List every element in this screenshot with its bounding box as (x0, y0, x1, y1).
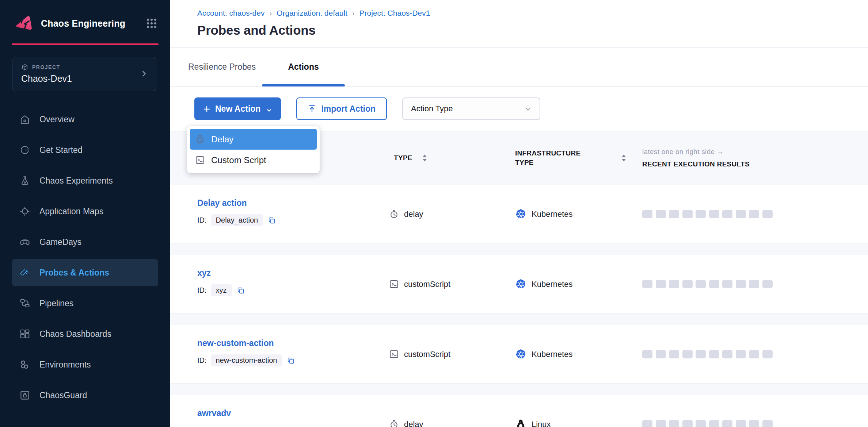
sidebar-item-label: Probes & Actions (39, 268, 109, 278)
execution-result-placeholder (656, 210, 666, 218)
action-id-value: xyz (211, 284, 232, 296)
sidebar-item-chaosguard[interactable]: ChaosGuard (12, 382, 158, 409)
infrastructure-type-header-label: INFRASTRUCTURE TYPE (515, 149, 600, 167)
action-name-link[interactable]: new-custom-action (197, 338, 274, 348)
action-type-select[interactable]: Action Type (402, 97, 540, 120)
copy-icon[interactable] (268, 216, 276, 224)
project-info: PROJECT Chaos-Dev1 (21, 64, 140, 84)
import-action-button[interactable]: Import Action (296, 97, 387, 120)
sidebar-item-environments[interactable]: Environments (12, 351, 158, 378)
sidebar: Chaos Engineering PROJECT (0, 0, 170, 427)
breadcrumb: Account: chaos-dev›Organization: default… (197, 9, 868, 18)
breadcrumb-link-project[interactable]: Project: Chaos-Dev1 (359, 9, 430, 18)
execution-result-placeholder (709, 210, 719, 218)
infrastructure-type-cell: Linux (515, 395, 637, 427)
main-content: Account: chaos-dev›Organization: default… (170, 0, 868, 427)
action-name-link[interactable]: Delay action (197, 198, 247, 208)
execution-result-placeholder (762, 210, 773, 218)
execution-result-placeholder (682, 210, 693, 218)
tab-bar: Resilience ProbesActions (170, 48, 868, 86)
table-row: awrvadvdelayLinux (170, 395, 868, 427)
sidebar-item-label: ChaosGuard (39, 391, 87, 400)
project-name: Chaos-Dev1 (21, 73, 140, 84)
execution-result-placeholder (762, 420, 773, 427)
breadcrumb-link-organization[interactable]: Organization: default (277, 9, 347, 18)
infrastructure-type-value: Kubernetes (532, 280, 573, 289)
breadcrumb-link-account[interactable]: Account: chaos-dev (197, 9, 264, 18)
name-cell: xyzID:xyz (197, 255, 389, 313)
chevron-right-icon (140, 70, 148, 78)
sidebar-item-chaos-experiments[interactable]: Chaos Experiments (12, 167, 158, 194)
menu-item-custom-script[interactable]: Custom Script (190, 150, 317, 170)
execution-result-placeholder (642, 210, 652, 218)
pipeline-icon (19, 298, 30, 309)
id-label: ID: (197, 216, 207, 224)
copy-icon[interactable] (287, 357, 295, 365)
copy-icon[interactable] (237, 286, 245, 295)
sidebar-item-get-started[interactable]: Get Started (12, 136, 158, 164)
infrastructure-type-value: Linux (532, 420, 551, 427)
lock-icon (19, 390, 30, 401)
action-name-link[interactable]: awrvadv (197, 408, 231, 418)
sort-icon[interactable] (621, 154, 627, 162)
sidebar-item-chaos-dashboards[interactable]: Chaos Dashboards (12, 320, 158, 347)
table-row: Delay actionID:Delay_actiondelayKubernet… (170, 185, 868, 243)
page-title: Probes and Actions (197, 23, 868, 38)
menu-item-label: Custom Script (211, 155, 266, 165)
id-label: ID: (197, 356, 207, 365)
name-cell: Delay actionID:Delay_action (197, 185, 389, 243)
column-header-infrastructure-type[interactable]: INFRASTRUCTURE TYPE (515, 149, 637, 167)
execution-result-placeholder (722, 280, 732, 288)
action-id-value: new-custom-action (211, 354, 282, 366)
hexagons-icon (19, 359, 30, 370)
sort-icon[interactable] (422, 154, 427, 162)
breadcrumb-separator: › (352, 9, 355, 18)
new-action-button[interactable]: New Action (194, 97, 281, 120)
type-value: customScript (404, 280, 450, 289)
chaos-engineering-logo-icon[interactable] (13, 13, 34, 34)
sidebar-item-gamedays[interactable]: GameDays (12, 228, 158, 255)
tab-resilience-probes[interactable]: Resilience Probes (188, 48, 256, 86)
type-cell: customScript (389, 255, 515, 313)
action-id-row: ID:Delay_action (197, 214, 389, 226)
new-action-menu: DelayCustom Script (187, 126, 320, 173)
sidebar-nav: OverviewGet StartedChaos ExperimentsAppl… (0, 106, 170, 409)
action-name-link[interactable]: xyz (197, 268, 211, 278)
type-value: delay (404, 209, 423, 219)
sidebar-item-overview[interactable]: Overview (12, 106, 158, 133)
new-action-label: New Action (215, 104, 260, 114)
execution-result-placeholder (696, 210, 706, 218)
type-value: customScript (404, 350, 450, 359)
chevron-down-icon (266, 106, 272, 112)
execution-result-placeholder (696, 350, 706, 358)
execution-result-placeholder (669, 350, 679, 358)
linux-icon (515, 419, 526, 427)
sidebar-item-pipelines[interactable]: Pipelines (12, 290, 158, 317)
module-grid-icon[interactable] (145, 17, 158, 30)
execution-result-placeholder (656, 280, 666, 288)
brand-divider (12, 43, 159, 45)
execution-result-placeholder (762, 350, 773, 358)
infrastructure-type-cell: Kubernetes (515, 325, 637, 383)
menu-item-delay[interactable]: Delay (190, 129, 317, 150)
execution-result-placeholder (749, 210, 759, 218)
terminal-icon (389, 349, 399, 359)
page-header: Account: chaos-dev›Organization: default… (170, 0, 868, 48)
project-selector[interactable]: PROJECT Chaos-Dev1 (12, 57, 156, 91)
execution-result-placeholder (669, 280, 679, 288)
execution-result-placeholder (669, 420, 679, 427)
tab-actions[interactable]: Actions (262, 48, 344, 86)
execution-result-placeholder (709, 280, 719, 288)
execution-result-placeholder (736, 420, 746, 427)
menu-item-label: Delay (211, 134, 233, 145)
infrastructure-type-value: Kubernetes (532, 209, 573, 219)
chevron-down-icon (525, 105, 532, 112)
import-action-label: Import Action (321, 104, 376, 114)
execution-result-placeholder (682, 420, 693, 427)
sidebar-item-probes-actions[interactable]: Probes & Actions (12, 259, 158, 286)
terminal-icon (389, 279, 399, 289)
sidebar-item-label: Application Maps (39, 207, 103, 216)
column-header-type[interactable]: TYPE (389, 154, 515, 162)
sidebar-item-application-maps[interactable]: Application Maps (12, 198, 158, 225)
execution-result-placeholder (749, 350, 759, 358)
